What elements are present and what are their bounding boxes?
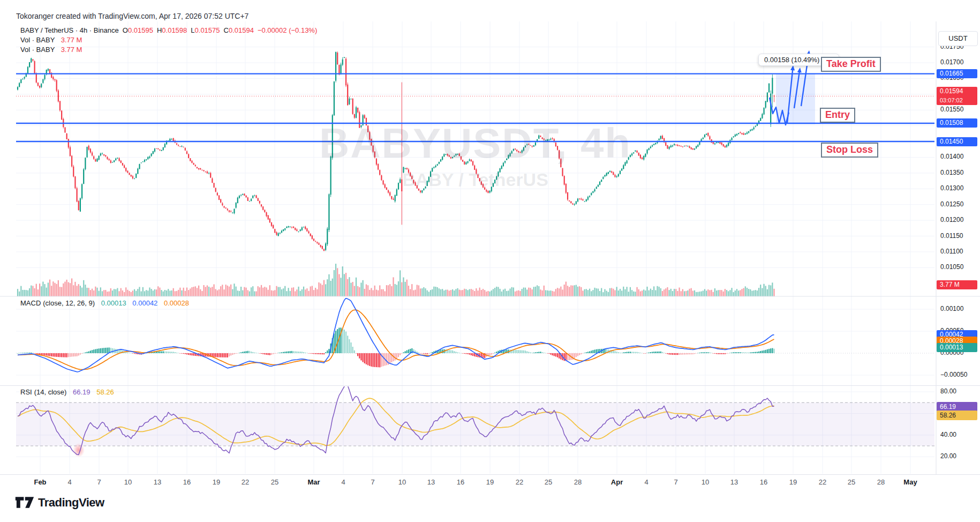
time-tick-label: Feb [27,478,54,486]
time-tick-label: 19 [477,478,503,486]
time-tick-label: 19 [780,478,806,486]
time-tick-label: 4 [633,478,660,486]
time-tick-label: 28 [868,478,894,486]
volume-bars [17,264,775,296]
rsi-band [16,402,934,457]
time-tick-label: 10 [389,478,416,486]
scale-gridline-label: 40.00 [940,431,956,438]
time-tick-label: 25 [535,478,562,486]
time-axis[interactable]: Feb47101316192225Mar4710131619222528Apr4… [0,475,936,490]
scale-gridline-label: 0.01200 [940,216,963,223]
time-tick-label: 4 [330,478,357,486]
time-tick-label: 16 [174,478,200,486]
candles-series [17,51,775,251]
tradingview-wordmark: TradingView [38,496,104,510]
change-value: −0.00002 (−0.13%) [258,26,317,34]
tradingview-logo-icon [15,495,34,510]
time-tick-label: 7 [86,478,112,486]
macd-title: MACD [20,299,41,307]
scale-gridline-label: 0.01050 [940,263,963,271]
credit-text: Tokoranger created with TradingView.com,… [16,12,248,20]
scale-gridline-label: 0.01550 [940,106,963,113]
time-tick-label: 7 [662,478,689,486]
time-tick-label: 16 [447,478,474,486]
scale-gridline-label: 20.00 [940,452,956,460]
time-tick-label: May [897,478,924,486]
scale-gridline-label: 0.01350 [940,169,963,176]
time-tick-label: 10 [115,478,141,486]
scale-value-label: 0.01450 [937,137,977,146]
volume-label[interactable]: Vol · BABY [20,36,55,44]
time-tick-label: 16 [750,478,777,486]
time-tick-label: Mar [300,478,327,486]
scale-value-label: 58.26 [937,411,977,420]
scale-gridline-label: 0.01300 [940,184,963,192]
entry-label-box[interactable]: Entry [820,108,855,123]
currency-toggle-button[interactable]: USDT [938,31,978,46]
time-tick-label: 25 [838,478,865,486]
scale-gridline-label: 0.01400 [940,153,963,160]
time-tick-label: 10 [692,478,719,486]
time-tick-label: 7 [359,478,386,486]
macd-hist-value: 0.00013 [101,299,126,307]
take-profit-label-box[interactable]: Take Profit [821,57,881,72]
scale-gridline-label: 0.01700 [940,58,963,66]
time-tick-label: 13 [144,478,171,486]
chart-canvas[interactable] [0,0,980,522]
scale-value-label: 0.01508 [937,118,977,128]
time-tick-label: 4 [56,478,83,486]
macd-signal-value: 0.00028 [164,299,189,307]
scale-gridline-label: 0.00100 [940,305,963,312]
rsi-ma-value: 58.26 [96,388,114,396]
time-tick-label: 22 [809,478,836,486]
scale-gridline-label: 0.01100 [940,248,963,255]
scale-gridline-label: 0.01250 [940,200,963,208]
time-tick-label: 22 [232,478,259,486]
scale-gridline-label: 0.01150 [940,232,963,240]
scale-value-label: 3.77 M [937,280,977,289]
time-tick-label: 25 [261,478,288,486]
rsi-value: 66.19 [73,388,91,396]
time-tick-label: Apr [604,478,630,486]
volume-row: Vol · BABY 3.77 M [20,35,317,45]
price-scale[interactable]: 0.017500.017000.016500.016000.015500.015… [936,0,980,522]
tradingview-chart-window: Tokoranger created with TradingView.com,… [0,0,980,522]
volume-row-2: Vol · BABY 3.77 M [20,45,317,55]
stop-loss-label-box[interactable]: Stop Loss [821,143,878,158]
scale-gridline-label: −0.00050 [940,371,967,378]
time-tick-label: 19 [203,478,230,486]
time-tick-label: 22 [506,478,533,486]
ohlc-values: O0.01595H0.01598L0.01575C0.01594 [119,26,254,34]
rsi-title: RSI [20,388,32,396]
tradingview-logo[interactable]: TradingView [15,495,104,510]
symbol-title[interactable]: BABY / TetherUS · 4h · Binance [20,26,119,34]
volume-label[interactable]: Vol · BABY [20,46,55,54]
scale-gridline-label: 80.00 [940,387,956,395]
scale-value-label: 0.00013 [937,343,977,352]
macd-legend[interactable]: MACD(close, 12, 26, 9) 0.00013 0.00042 0… [20,299,189,307]
rsi-legend[interactable]: RSI(14, close) 66.19 58.26 [20,388,114,396]
last-price-label: 0.0159403:07:02 [937,87,977,105]
scale-value-label: 0.01665 [937,69,977,78]
time-tick-label: 13 [721,478,748,486]
volume-value: 3.77 M [61,46,82,54]
symbol-legend[interactable]: BABY / TetherUS · 4h · BinanceO0.01595H0… [20,26,317,55]
volume-value: 3.77 M [61,36,82,44]
symbol-row: BABY / TetherUS · 4h · BinanceO0.01595H0… [20,26,317,35]
macd-line-value: 0.00042 [132,299,157,307]
time-tick-label: 28 [564,478,591,486]
time-tick-label: 13 [418,478,444,486]
